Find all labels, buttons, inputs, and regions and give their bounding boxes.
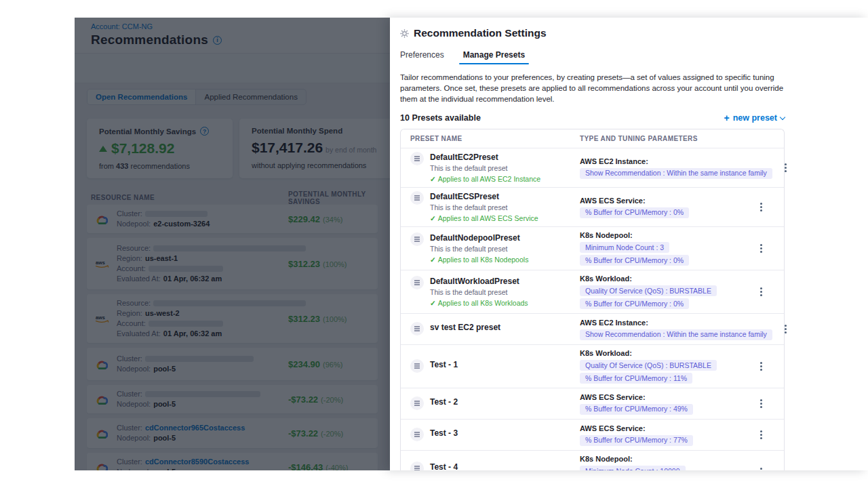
tuning-parameter-chip: % Buffer for CPU/Memory : 0% xyxy=(580,298,689,309)
preset-description: This is the default preset xyxy=(430,165,540,172)
preset-name: DefaultWorkloadPreset xyxy=(430,277,528,286)
preset-name: DefaultNodepoolPreset xyxy=(430,233,528,243)
preset-name-cell: DefaultECSPresetThis is the default pres… xyxy=(410,192,580,222)
tab-preferences[interactable]: Preferences xyxy=(400,50,444,64)
preset-parameters-cell: AWS EC2 Instance:Show Recommendation : W… xyxy=(580,157,772,179)
preset-name-cell: DefaultEC2PresetThis is the default pres… xyxy=(410,152,580,183)
preset-name-stack: Test - 1 xyxy=(430,360,458,369)
preset-name-stack: DefaultECSPresetThis is the default pres… xyxy=(430,192,538,222)
check-icon xyxy=(430,256,438,264)
preset-type: AWS EC2 Instance: xyxy=(580,157,772,165)
kebab-icon xyxy=(760,403,762,405)
preset-menu-button[interactable] xyxy=(747,206,774,208)
tuning-parameter-chips: % Buffer for CPU/Memory : 77% xyxy=(580,435,747,446)
preset-name: Test - 4 xyxy=(430,462,507,470)
preset-name-stack: Test - 3 xyxy=(430,428,458,438)
tuning-parameter-chips: Quality Of Service (QoS) : BURSTABLE% Bu… xyxy=(580,285,747,309)
preset-type: K8s Nodepool: xyxy=(580,231,747,239)
list-lines-icon xyxy=(414,434,420,434)
presets-table-header: PRESET NAME TYPE AND TUNING PARAMETERS xyxy=(401,129,784,148)
preset-type: AWS ECS Service: xyxy=(580,424,747,432)
list-lines-icon xyxy=(414,328,420,329)
tuning-parameter-chip: Quality Of Service (QoS) : BURSTABLE xyxy=(580,360,717,371)
preset-name-cell: DefaultWorkloadPresetThis is the default… xyxy=(410,277,580,307)
preset-parameters-cell: K8s Nodepool:Minimum Node Count : 3% Buf… xyxy=(580,231,747,266)
preset-name: sv test EC2 preset xyxy=(430,323,500,332)
preset-row: Test - 4This is the default presetK8s No… xyxy=(401,450,784,470)
preset-applies-to: Applies to all K8s Nodepools xyxy=(430,256,528,264)
modal-scrim[interactable] xyxy=(75,18,390,470)
new-preset-button[interactable]: new preset xyxy=(724,113,785,123)
preset-name: Test - 1 xyxy=(430,360,458,369)
preset-menu-button[interactable] xyxy=(747,403,774,405)
list-lines-icon xyxy=(414,282,420,283)
col-preset-name: PRESET NAME xyxy=(410,135,580,142)
preset-icon xyxy=(410,152,424,165)
preset-menu-button[interactable] xyxy=(772,328,800,330)
preset-applies-to: Applies to all AWS EC2 Instance xyxy=(430,176,540,183)
tuning-parameter-chips: Show Recommendation : Within the same in… xyxy=(580,329,772,340)
preset-menu-button[interactable] xyxy=(747,247,774,249)
drawer-title: Recommendation Settings xyxy=(414,27,547,39)
preset-parameters-cell: AWS ECS Service:% Buffer for CPU/Memory … xyxy=(580,197,747,218)
tuning-parameter-chip: % Buffer for CPU/Memory : 49% xyxy=(580,404,693,415)
kebab-icon xyxy=(760,247,762,249)
preset-applies-to: Applies to all AWS ECS Service xyxy=(430,215,538,222)
preset-row: DefaultWorkloadPresetThis is the default… xyxy=(401,270,784,313)
list-lines-icon xyxy=(414,158,420,159)
chevron-down-icon xyxy=(780,114,785,119)
preset-name-cell: Test - 3 xyxy=(410,428,580,441)
list-lines-icon xyxy=(414,239,420,239)
presets-table: PRESET NAME TYPE AND TUNING PARAMETERS D… xyxy=(400,129,785,470)
preset-icon xyxy=(410,359,424,373)
kebab-icon xyxy=(785,328,787,330)
kebab-icon xyxy=(760,291,762,293)
tuning-parameter-chip: % Buffer for CPU/Memory : 0% xyxy=(580,255,689,266)
preset-icon xyxy=(410,276,424,289)
preset-menu-button[interactable] xyxy=(772,167,800,169)
preset-name-cell: Test - 4This is the default preset xyxy=(410,462,580,470)
presets-count: 10 Presets available xyxy=(400,113,481,123)
presets-table-body: DefaultEC2PresetThis is the default pres… xyxy=(401,148,784,470)
preset-type: K8s Workload: xyxy=(580,274,747,283)
list-lines-icon xyxy=(414,403,420,403)
preset-name-cell: Test - 1 xyxy=(410,360,580,373)
preset-name-stack: DefaultNodepoolPresetThis is the default… xyxy=(430,233,528,264)
check-icon xyxy=(430,214,438,222)
app-window: Account: CCM-NG Recommendations Open Rec… xyxy=(75,18,868,470)
preset-menu-button[interactable] xyxy=(747,291,774,293)
check-icon xyxy=(430,175,438,183)
check-icon xyxy=(430,299,438,307)
preset-type: AWS ECS Service: xyxy=(580,197,747,205)
preset-description: This is the default preset xyxy=(430,204,538,211)
tuning-parameter-chip: % Buffer for CPU/Memory : 11% xyxy=(580,373,692,384)
preset-type: K8s Nodepool: xyxy=(580,455,747,463)
preset-name: DefaultEC2Preset xyxy=(430,152,540,162)
list-lines-icon xyxy=(414,468,420,468)
preset-icon xyxy=(410,191,424,205)
col-type-tuning-parameters: TYPE AND TUNING PARAMETERS xyxy=(580,135,747,142)
preset-name: Test - 3 xyxy=(430,428,458,438)
preset-parameters-cell: AWS ECS Service:% Buffer for CPU/Memory … xyxy=(580,424,747,446)
preset-name-stack: Test - 4This is the default preset xyxy=(430,462,507,470)
preset-icon xyxy=(410,462,424,470)
tuning-parameter-chips: % Buffer for CPU/Memory : 0% xyxy=(580,207,747,218)
preset-menu-button[interactable] xyxy=(747,434,774,436)
preset-name-stack: DefaultWorkloadPresetThis is the default… xyxy=(430,277,528,307)
preset-name-stack: sv test EC2 preset xyxy=(430,323,500,332)
preset-row: Test - 3AWS ECS Service:% Buffer for CPU… xyxy=(401,419,784,450)
page: Account: CCM-NG Recommendations Open Rec… xyxy=(0,0,868,488)
preset-row: DefaultEC2PresetThis is the default pres… xyxy=(401,148,784,187)
gear-icon xyxy=(400,29,409,38)
preset-description: This is the default preset xyxy=(430,245,528,253)
tab-manage-presets[interactable]: Manage Presets xyxy=(463,50,525,64)
preset-icon xyxy=(410,428,424,441)
preset-row: DefaultECSPresetThis is the default pres… xyxy=(401,187,784,226)
preset-name: Test - 2 xyxy=(430,397,458,407)
preset-icon xyxy=(410,232,424,246)
presets-description: Tailor recommendations to your preferenc… xyxy=(400,72,784,104)
kebab-icon xyxy=(760,365,762,367)
preset-icon xyxy=(410,322,424,336)
tuning-parameter-chips: Minimum Node Count : 3% Buffer for CPU/M… xyxy=(580,242,747,266)
preset-menu-button[interactable] xyxy=(747,365,774,367)
